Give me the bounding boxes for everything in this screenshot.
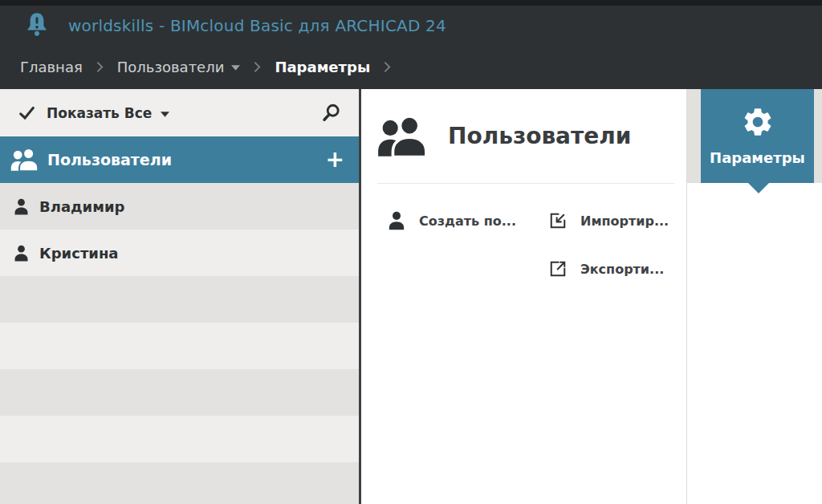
- sidebar-item-users-selected[interactable]: Пользователи +: [0, 136, 359, 183]
- tab-caret-row: [687, 183, 822, 196]
- app-header: worldskills - BIMcloud Basic для ARCHICA…: [0, 0, 822, 89]
- tab-caret-icon: [748, 183, 769, 193]
- tab-gutter-right: [814, 89, 822, 183]
- user-icon: [388, 211, 405, 230]
- caret-down-icon[interactable]: [161, 112, 169, 117]
- content-area: Показать Все Пользователи +: [0, 89, 822, 504]
- caret-down-icon: [231, 65, 240, 71]
- user-icon: [14, 245, 29, 262]
- create-user-label: Создать по...: [419, 213, 516, 229]
- bimcloud-window: worldskills - BIMcloud Basic для ARCHICA…: [0, 0, 822, 504]
- breadcrumb-section-label: Пользователи: [117, 59, 225, 75]
- chevron-right-icon: [254, 61, 261, 73]
- breadcrumb-home[interactable]: Главная: [20, 59, 83, 75]
- filter-bar: Показать Все: [0, 89, 359, 136]
- sidebar-group-label: Пользователи: [47, 151, 172, 169]
- chevron-right-icon: [384, 61, 391, 73]
- user-name: Владимир: [39, 198, 124, 215]
- list-item-user[interactable]: Владимир: [0, 183, 359, 230]
- window-top-edge: [0, 0, 822, 6]
- check-icon: [19, 106, 35, 120]
- sidebar: Показать Все Пользователи +: [0, 89, 361, 504]
- notification-bell-icon[interactable]: [24, 12, 50, 39]
- breadcrumb: Главная Пользователи Параметры: [0, 45, 822, 89]
- chevron-right-icon: [96, 61, 104, 73]
- tab-parameters-label: Параметры: [710, 149, 805, 166]
- tab-parameters[interactable]: Параметры: [701, 89, 814, 183]
- add-user-button[interactable]: +: [323, 149, 348, 170]
- user-list: Владимир Кристина: [0, 183, 359, 504]
- page-title: Пользователи: [448, 123, 631, 149]
- users-icon: [377, 115, 427, 158]
- user-name: Кристина: [39, 245, 119, 262]
- user-icon: [14, 198, 29, 215]
- import-button[interactable]: Импортир...: [549, 211, 686, 230]
- export-label: Экспорти...: [580, 262, 664, 277]
- import-icon: [549, 211, 567, 230]
- action-buttons: Создать по... Импортир...: [361, 184, 686, 293]
- tab-strip: Параметры: [687, 89, 822, 183]
- breadcrumb-section[interactable]: Пользователи: [117, 59, 241, 75]
- create-user-button[interactable]: Создать по...: [388, 211, 549, 230]
- users-icon: [10, 148, 39, 172]
- main-panel: Пользователи Создать по...: [361, 89, 687, 504]
- page-header: Пользователи: [361, 89, 686, 183]
- gear-icon: [741, 105, 775, 139]
- list-item-user[interactable]: Кристина: [0, 230, 359, 276]
- import-label: Импортир...: [580, 213, 669, 229]
- export-icon: [549, 259, 567, 278]
- app-title: worldskills - BIMcloud Basic для ARCHICA…: [68, 16, 446, 35]
- right-rail: Параметры: [687, 89, 822, 504]
- breadcrumb-current[interactable]: Параметры: [275, 59, 370, 75]
- filter-dropdown-label[interactable]: Показать Все: [47, 105, 152, 121]
- titlebar: worldskills - BIMcloud Basic для ARCHICA…: [0, 6, 822, 45]
- export-button[interactable]: Экспорти...: [549, 259, 686, 278]
- tab-gutter-left: [687, 89, 701, 183]
- search-icon[interactable]: [320, 103, 341, 124]
